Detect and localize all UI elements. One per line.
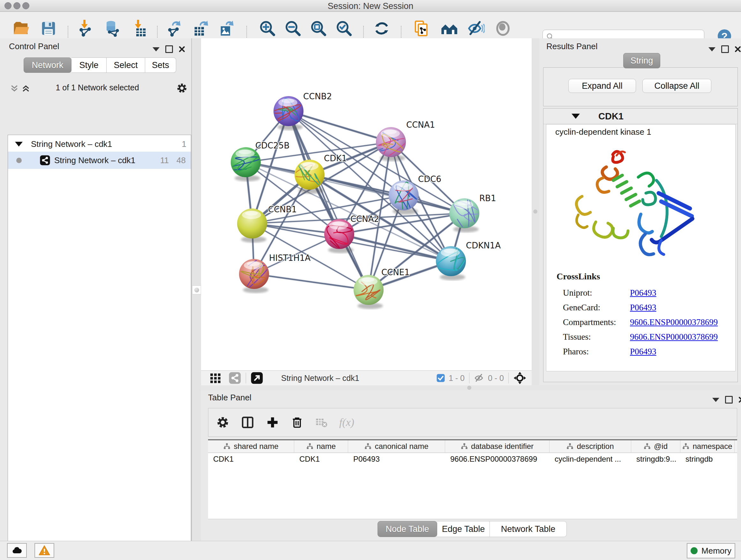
- close-panel-icon[interactable]: [735, 46, 741, 52]
- collection-expander-icon[interactable]: [15, 142, 23, 146]
- column-header-shared-name[interactable]: shared name: [208, 440, 294, 452]
- splitter-handle[interactable]: [533, 209, 537, 213]
- network-node-CCNE1[interactable]: [354, 275, 384, 309]
- control-panel-title: Control Panel: [9, 42, 59, 51]
- memory-button[interactable]: Memory: [687, 543, 735, 558]
- cell-namespace[interactable]: stringdb: [680, 453, 735, 465]
- import-network-database-button[interactable]: [104, 19, 121, 37]
- crosslink-pharos-link[interactable]: P06493: [630, 347, 657, 357]
- tab-edge-table[interactable]: Edge Table: [437, 521, 490, 537]
- detach-view-icon[interactable]: [251, 372, 263, 384]
- network-node-CDK1[interactable]: [294, 160, 325, 194]
- expand-all-button[interactable]: Expand All: [568, 79, 636, 93]
- network-node-CDC25B[interactable]: [222, 147, 261, 181]
- float-panel-icon[interactable]: [725, 396, 733, 403]
- crosslink-uniprot-link[interactable]: P06493: [630, 288, 657, 298]
- export-image-button[interactable]: [218, 19, 236, 37]
- selected-checkbox-icon[interactable]: [436, 373, 446, 383]
- grid-view-icon[interactable]: [209, 372, 221, 384]
- tab-node-table[interactable]: Node Table: [378, 521, 437, 537]
- network-row-selected[interactable]: String Network – cdk1 11 48: [8, 152, 191, 169]
- tab-network-table[interactable]: Network Table: [490, 521, 567, 537]
- edge-CCNB2-CCNE1[interactable]: [288, 111, 368, 290]
- network-node-CCNA1[interactable]: [372, 127, 407, 161]
- cell-shared-name[interactable]: CDK1: [208, 453, 294, 465]
- hidden-eye-icon[interactable]: [474, 373, 485, 383]
- apply-layout-button[interactable]: [373, 19, 391, 37]
- column-header-database-identifier[interactable]: database identifier: [445, 440, 549, 452]
- network-canvas[interactable]: CCNB2CCNA1CDC25BCDK1CDC6RB1CCNB1CCNA2HIS…: [201, 38, 532, 370]
- network-node-CDC6[interactable]: [389, 180, 419, 219]
- hide-selected-button[interactable]: [467, 19, 485, 37]
- network-view-icon[interactable]: [228, 372, 241, 384]
- panel-menu-icon[interactable]: [152, 47, 159, 51]
- splitter-handle[interactable]: [467, 386, 471, 390]
- import-network-file-button[interactable]: [77, 19, 94, 37]
- network-node-HIST1H1A[interactable]: [239, 257, 269, 293]
- close-panel-icon[interactable]: [738, 396, 741, 403]
- node-label-CCNB2: CCNB2: [303, 91, 332, 101]
- vertical-splitter-right[interactable]: [532, 38, 539, 385]
- splitter-handle[interactable]: [192, 286, 201, 294]
- network-node-CCNA2[interactable]: [324, 219, 354, 253]
- add-column-icon[interactable]: [266, 416, 279, 429]
- column-header-canonical-name[interactable]: canonical name: [348, 440, 445, 452]
- first-neighbors-button[interactable]: [441, 19, 458, 37]
- crosslink-tissues-link[interactable]: 9606.ENSP00000378699: [630, 332, 718, 342]
- warning-status-button[interactable]: [35, 543, 54, 558]
- network-collection-row[interactable]: String Network – cdk1 1: [8, 136, 191, 152]
- cell-name[interactable]: CDK1: [294, 453, 348, 465]
- cloud-status-button[interactable]: [7, 543, 27, 558]
- tab-sets[interactable]: Sets: [145, 57, 176, 73]
- zoom-selected-button[interactable]: [335, 19, 353, 37]
- tab-string[interactable]: String: [623, 53, 660, 68]
- close-panel-icon[interactable]: [179, 46, 185, 52]
- cell--id[interactable]: stringdb:9...: [631, 453, 680, 465]
- show-all-button[interactable]: [494, 19, 512, 37]
- selected-count: 1 - 0: [449, 374, 465, 383]
- horizontal-splitter[interactable]: [201, 385, 741, 390]
- column-header-name[interactable]: name: [294, 440, 348, 452]
- results-actions-box: Expand All Collapse All: [543, 67, 738, 106]
- panel-menu-icon[interactable]: [709, 47, 716, 51]
- show-columns-icon[interactable]: [241, 416, 254, 429]
- node-table[interactable]: shared namenamecanonical namedatabase id…: [208, 439, 737, 519]
- vertical-splitter-left[interactable]: [192, 38, 201, 541]
- panel-menu-icon[interactable]: [712, 398, 719, 402]
- open-session-button[interactable]: [12, 19, 30, 37]
- table-settings-gear-icon[interactable]: [216, 416, 229, 429]
- collapse-all-icon[interactable]: [10, 84, 19, 93]
- zoom-in-button[interactable]: [259, 19, 276, 37]
- float-panel-icon[interactable]: [721, 45, 729, 53]
- new-network-from-selection-button[interactable]: [413, 19, 431, 37]
- zoom-out-button[interactable]: [284, 19, 302, 37]
- cell-database-identifier[interactable]: 9606.ENSP00000378699: [445, 453, 549, 465]
- export-table-button[interactable]: [192, 19, 210, 37]
- tab-select[interactable]: Select: [107, 57, 145, 73]
- cell-description[interactable]: cyclin-dependent ...: [549, 453, 631, 465]
- network-node-CCNB1[interactable]: [237, 208, 267, 243]
- column-header-description[interactable]: description: [549, 440, 631, 452]
- column-header--id[interactable]: @id: [631, 440, 680, 452]
- edge-HIST1H1A-CCNE1[interactable]: [254, 274, 368, 290]
- zoom-fit-button[interactable]: [310, 19, 327, 37]
- expand-all-icon[interactable]: [21, 84, 30, 93]
- network-node-RB1[interactable]: [449, 198, 480, 233]
- collapse-all-button[interactable]: Collapse All: [643, 79, 711, 93]
- table-row[interactable]: CDK1CDK1P064939606.ENSP00000378699cyclin…: [208, 453, 737, 465]
- crosslink-compartments-link[interactable]: 9606.ENSP00000378699: [630, 317, 718, 327]
- column-header-namespace[interactable]: namespace: [680, 440, 735, 452]
- cell-canonical-name[interactable]: P06493: [348, 453, 445, 465]
- birdseye-crosshair-icon[interactable]: [513, 371, 527, 385]
- export-network-button[interactable]: [166, 19, 184, 37]
- delete-column-trash-icon[interactable]: [291, 416, 304, 429]
- crosslink-genecard-link[interactable]: P06493: [630, 303, 657, 313]
- tab-network[interactable]: Network: [23, 57, 71, 73]
- import-table-button[interactable]: [130, 19, 148, 37]
- tab-style[interactable]: Style: [71, 57, 107, 73]
- eye-gray-icon: [494, 20, 512, 37]
- save-session-button[interactable]: [40, 19, 57, 37]
- gear-icon[interactable]: [176, 82, 188, 94]
- entry-expander-icon[interactable]: [571, 114, 580, 119]
- float-panel-icon[interactable]: [165, 45, 173, 53]
